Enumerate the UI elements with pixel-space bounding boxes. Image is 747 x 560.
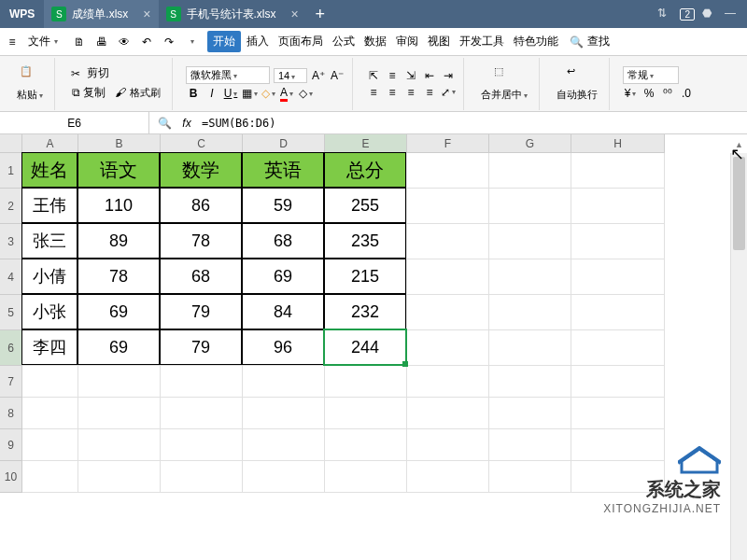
cut-button[interactable]: ✂剪切 bbox=[68, 65, 164, 81]
cell[interactable] bbox=[161, 461, 243, 493]
col-header-B[interactable]: B bbox=[78, 134, 161, 153]
cell[interactable] bbox=[78, 461, 161, 493]
table-cell[interactable]: 69 bbox=[78, 294, 160, 329]
cell[interactable] bbox=[489, 259, 571, 295]
bold-button[interactable]: B bbox=[186, 86, 201, 101]
cell[interactable] bbox=[243, 398, 325, 429]
spreadsheet-grid[interactable]: ABCDEFGH 12345678910 姓名语文数学英语总分王伟1108659… bbox=[0, 134, 747, 560]
border-button[interactable]: ▦ bbox=[242, 86, 257, 101]
align-top-icon[interactable]: ⇱ bbox=[366, 68, 381, 83]
cell[interactable] bbox=[489, 189, 571, 224]
table-cell[interactable]: 69 bbox=[78, 329, 160, 365]
align-right-icon[interactable]: ≡ bbox=[403, 85, 418, 100]
font-color-button[interactable]: A bbox=[279, 86, 294, 101]
row-header-2[interactable]: 2 bbox=[0, 189, 22, 224]
table-cell[interactable]: 110 bbox=[78, 188, 160, 223]
formula-input[interactable]: =SUM(B6:D6) bbox=[202, 117, 275, 130]
print-icon[interactable]: 🖶 bbox=[93, 34, 110, 50]
table-cell[interactable]: 小倩 bbox=[21, 259, 78, 294]
tab-developer[interactable]: 开发工具 bbox=[456, 31, 508, 52]
table-header-cell[interactable]: 总分 bbox=[324, 152, 406, 188]
col-header-C[interactable]: C bbox=[161, 134, 243, 153]
tab-features[interactable]: 特色功能 bbox=[510, 31, 562, 52]
cell[interactable] bbox=[489, 461, 571, 493]
font-name-select[interactable]: 微软雅黑 bbox=[186, 66, 270, 84]
increase-font-icon[interactable]: A⁺ bbox=[311, 68, 326, 83]
select-all-corner[interactable] bbox=[0, 134, 22, 153]
cell[interactable] bbox=[407, 189, 489, 224]
cell[interactable] bbox=[243, 461, 325, 493]
minimize-icon[interactable]: — bbox=[725, 7, 740, 21]
add-tab-button[interactable]: + bbox=[306, 5, 334, 24]
table-cell[interactable]: 59 bbox=[242, 188, 324, 223]
decrease-font-icon[interactable]: A⁻ bbox=[330, 68, 345, 83]
close-icon[interactable]: × bbox=[291, 7, 299, 21]
col-header-F[interactable]: F bbox=[407, 134, 489, 153]
table-header-cell[interactable]: 语文 bbox=[78, 152, 160, 188]
redo-icon[interactable]: ↷ bbox=[161, 34, 177, 50]
table-cell[interactable]: 小张 bbox=[21, 294, 78, 329]
orientation-icon[interactable]: ⤢ bbox=[441, 85, 456, 100]
align-left-icon[interactable]: ≡ bbox=[366, 85, 381, 100]
number-format-select[interactable]: 常规 bbox=[623, 66, 679, 84]
cell[interactable] bbox=[571, 366, 665, 398]
cell[interactable] bbox=[407, 330, 489, 366]
indent-inc-icon[interactable]: ⇥ bbox=[441, 68, 456, 83]
indent-dec-icon[interactable]: ⇤ bbox=[422, 68, 437, 83]
vertical-scrollbar[interactable]: ▲ bbox=[730, 153, 747, 560]
cell[interactable] bbox=[161, 398, 243, 429]
col-header-D[interactable]: D bbox=[243, 134, 325, 153]
table-header-cell[interactable]: 英语 bbox=[242, 152, 324, 188]
tab-view[interactable]: 视图 bbox=[424, 31, 454, 52]
table-cell[interactable]: 96 bbox=[242, 329, 324, 365]
cell[interactable] bbox=[571, 429, 665, 461]
col-header-E[interactable]: E bbox=[325, 134, 407, 153]
table-cell[interactable]: 84 bbox=[242, 294, 324, 329]
col-header-H[interactable]: H bbox=[571, 134, 665, 153]
cell[interactable] bbox=[325, 429, 407, 461]
cell[interactable] bbox=[161, 429, 243, 461]
name-box[interactable]: E6 bbox=[0, 112, 149, 133]
table-cell[interactable]: 李四 bbox=[21, 329, 78, 365]
table-cell[interactable]: 79 bbox=[160, 294, 242, 329]
cell[interactable] bbox=[243, 366, 325, 398]
table-cell[interactable]: 232 bbox=[324, 294, 406, 329]
sync-icon[interactable]: ⇅ bbox=[657, 7, 672, 21]
table-cell[interactable]: 89 bbox=[78, 223, 160, 259]
table-cell[interactable]: 79 bbox=[160, 329, 242, 365]
cell[interactable] bbox=[571, 398, 665, 429]
wrap-text-button[interactable]: ↩自动换行 bbox=[553, 63, 601, 104]
cell[interactable] bbox=[571, 153, 665, 189]
menu-icon[interactable]: ≡ bbox=[4, 34, 21, 50]
italic-button[interactable]: I bbox=[204, 86, 219, 101]
cell[interactable] bbox=[407, 259, 489, 295]
cell[interactable] bbox=[407, 366, 489, 398]
tab-data[interactable]: 数据 bbox=[360, 31, 390, 52]
cell[interactable] bbox=[407, 461, 489, 493]
workbook-tab-1[interactable]: S 成绩单.xlsx × bbox=[44, 0, 158, 28]
row-header-4[interactable]: 4 bbox=[0, 259, 22, 295]
percent-icon[interactable]: % bbox=[641, 86, 656, 101]
fill-color-button[interactable]: ◇ bbox=[261, 86, 275, 101]
comma-icon[interactable]: ⁰⁰ bbox=[660, 86, 675, 101]
qat-more[interactable] bbox=[183, 34, 200, 50]
table-cell[interactable]: 215 bbox=[324, 259, 406, 294]
row-header-10[interactable]: 10 bbox=[0, 461, 22, 493]
cell[interactable] bbox=[22, 366, 78, 398]
table-cell[interactable]: 86 bbox=[160, 188, 242, 223]
cell[interactable] bbox=[489, 366, 571, 398]
table-cell[interactable]: 68 bbox=[160, 259, 242, 294]
fill-handle[interactable] bbox=[402, 361, 408, 367]
cell[interactable] bbox=[325, 398, 407, 429]
paste-button[interactable]: 📋 粘贴 bbox=[13, 63, 47, 104]
cell[interactable] bbox=[78, 366, 161, 398]
cell[interactable] bbox=[22, 461, 78, 493]
save-icon[interactable]: 🗎 bbox=[71, 34, 88, 50]
close-icon[interactable]: × bbox=[143, 7, 150, 21]
zoom-icon[interactable]: 🔍 bbox=[157, 116, 172, 131]
cell[interactable] bbox=[571, 224, 665, 259]
cell[interactable] bbox=[22, 398, 78, 429]
cell[interactable] bbox=[243, 429, 325, 461]
table-cell[interactable]: 69 bbox=[242, 259, 324, 294]
cell[interactable] bbox=[489, 153, 571, 189]
